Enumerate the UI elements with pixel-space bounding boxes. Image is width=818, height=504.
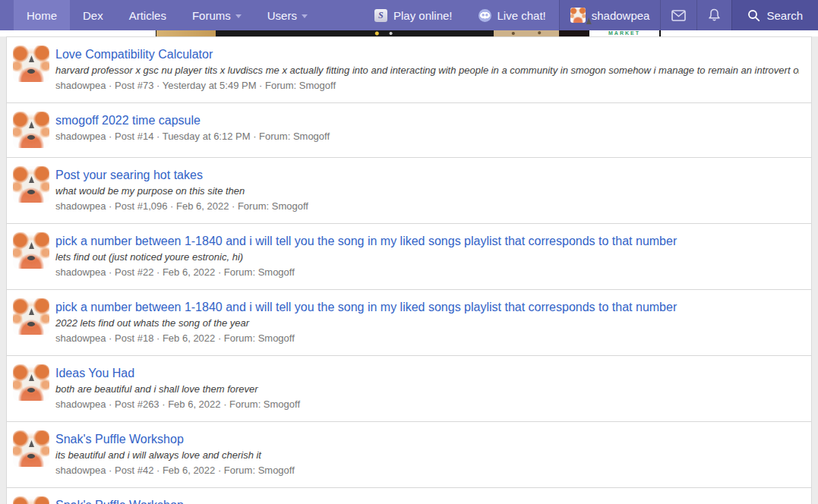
poster-avatar[interactable] — [13, 430, 49, 467]
thread-title-link[interactable]: smogoff 2022 time capsule — [55, 112, 201, 129]
nav-item-forums[interactable]: Forums — [179, 0, 254, 30]
post-meta: shadowpea · Post #42 · Feb 6, 2022 · For… — [55, 463, 799, 478]
post-snippet: its beautiful and i will always love and… — [55, 448, 799, 463]
live-chat-button[interactable]: Live chat! — [466, 0, 559, 30]
post-meta: shadowpea · Post #263 · Feb 6, 2022 · Fo… — [55, 397, 799, 412]
ad-banner-segment — [216, 30, 494, 36]
thread-title-link[interactable]: Post your searing hot takes — [55, 167, 203, 184]
post-meta: shadowpea · Post #1,096 · Feb 6, 2022 · … — [55, 199, 799, 214]
result-body: smogoff 2022 time capsule shadowpea · Po… — [55, 112, 799, 144]
result-body: Post your searing hot takes what would b… — [55, 166, 799, 214]
result-row: Snak's Puffle Workshop Color: yellow Exp… — [7, 488, 811, 504]
chevron-down-icon — [302, 14, 308, 18]
post-meta: shadowpea · Post #18 · Feb 6, 2022 · For… — [55, 331, 799, 346]
play-online-button[interactable]: S Play online! — [362, 0, 466, 30]
user-avatar — [570, 8, 586, 23]
post-meta: shadowpea · Post #14 · Tuesday at 6:12 P… — [55, 129, 799, 144]
thread-title-link[interactable]: pick a number between 1-1840 and i will … — [55, 233, 677, 250]
thread-title-link[interactable]: Love Compatibility Calculator — [55, 46, 213, 63]
result-body: Snak's Puffle Workshop Color: yellow Exp… — [55, 496, 799, 504]
result-row: Ideas You Had both are beautiful and i s… — [7, 356, 811, 422]
inbox-button[interactable] — [660, 0, 696, 30]
result-row: pick a number between 1-1840 and i will … — [7, 224, 811, 290]
chevron-down-icon — [235, 14, 242, 18]
poster-avatar[interactable] — [13, 298, 49, 335]
thread-title-link[interactable]: Snak's Puffle Workshop — [55, 497, 184, 504]
discord-icon — [478, 9, 491, 22]
result-row: Love Compatibility Calculator harvard pr… — [7, 37, 811, 103]
post-meta: shadowpea · Post #22 · Feb 6, 2022 · For… — [55, 265, 799, 280]
showdown-icon: S — [374, 9, 387, 22]
search-icon — [747, 9, 760, 22]
nav-item-label: Dex — [83, 9, 103, 22]
account-menu-button[interactable]: shadowpea — [559, 0, 661, 30]
nav-item-label: Home — [27, 9, 57, 22]
ad-banner-segment — [156, 30, 216, 36]
result-row: smogoff 2022 time capsule shadowpea · Po… — [7, 103, 811, 158]
post-snippet: 2022 lets find out whats the song of the… — [55, 316, 799, 331]
nav-item-label: Articles — [129, 9, 166, 22]
ad-banner-market-label: MARKET — [589, 30, 659, 36]
result-row: Snak's Puffle Workshop its beautiful and… — [7, 422, 811, 488]
search-results-list: Love Compatibility Calculator harvard pr… — [6, 36, 812, 504]
thread-title-link[interactable]: pick a number between 1-1840 and i will … — [55, 299, 677, 316]
post-snippet: harvard professor x gsc nu player tits x… — [55, 63, 799, 78]
ad-banner-segment — [559, 30, 589, 36]
post-snippet: what would be my purpose on this site th… — [55, 184, 799, 199]
result-row: Post your searing hot takes what would b… — [7, 158, 811, 224]
ad-banner-segment — [494, 30, 559, 36]
poster-avatar[interactable] — [13, 496, 49, 504]
poster-avatar[interactable] — [13, 364, 49, 401]
thread-title-link[interactable]: Ideas You Had — [55, 365, 134, 382]
username: shadowpea — [592, 9, 650, 22]
result-body: pick a number between 1-1840 and i will … — [55, 232, 799, 280]
nav-item-label: Users — [267, 9, 297, 22]
search-button[interactable]: Search — [731, 0, 818, 30]
nav-item-label: Forums — [192, 9, 231, 22]
nav-item-dex[interactable]: Dex — [70, 0, 116, 30]
nav-tabs: HomeDexArticlesForumsUsers — [0, 0, 362, 30]
result-body: pick a number between 1-1840 and i will … — [55, 298, 799, 346]
post-snippet: both are beautiful and i shall love them… — [55, 382, 799, 397]
poster-avatar[interactable] — [13, 166, 49, 203]
poster-avatar[interactable] — [13, 46, 49, 82]
ad-strip: MARKET — [0, 30, 818, 36]
top-nav-bar: HomeDexArticlesForumsUsers S Play online… — [0, 0, 818, 30]
alerts-button[interactable] — [696, 0, 731, 30]
envelope-icon — [671, 10, 686, 21]
post-meta: shadowpea · Post #73 · Yesterday at 5:49… — [55, 78, 799, 93]
result-row: pick a number between 1-1840 and i will … — [7, 290, 811, 356]
ad-banner[interactable]: MARKET — [156, 30, 661, 36]
result-body: Ideas You Had both are beautiful and i s… — [55, 364, 799, 412]
nav-item-users[interactable]: Users — [254, 0, 321, 30]
nav-user-area: shadowpea Search — [559, 0, 818, 30]
nav-item-articles[interactable]: Articles — [116, 0, 179, 30]
post-snippet: lets find out (just noticed youre estron… — [55, 250, 799, 265]
bell-icon — [708, 8, 721, 22]
nav-item-home[interactable]: Home — [14, 0, 70, 30]
poster-avatar[interactable] — [13, 232, 49, 269]
play-online-label: Play online! — [393, 9, 453, 22]
search-label: Search — [766, 9, 803, 22]
thread-title-link[interactable]: Snak's Puffle Workshop — [55, 431, 184, 448]
result-body: Snak's Puffle Workshop its beautiful and… — [55, 430, 799, 478]
poster-avatar[interactable] — [13, 112, 49, 148]
result-body: Love Compatibility Calculator harvard pr… — [55, 46, 799, 93]
page-background: Love Compatibility Calculator harvard pr… — [0, 36, 818, 504]
live-chat-label: Live chat! — [497, 9, 546, 22]
